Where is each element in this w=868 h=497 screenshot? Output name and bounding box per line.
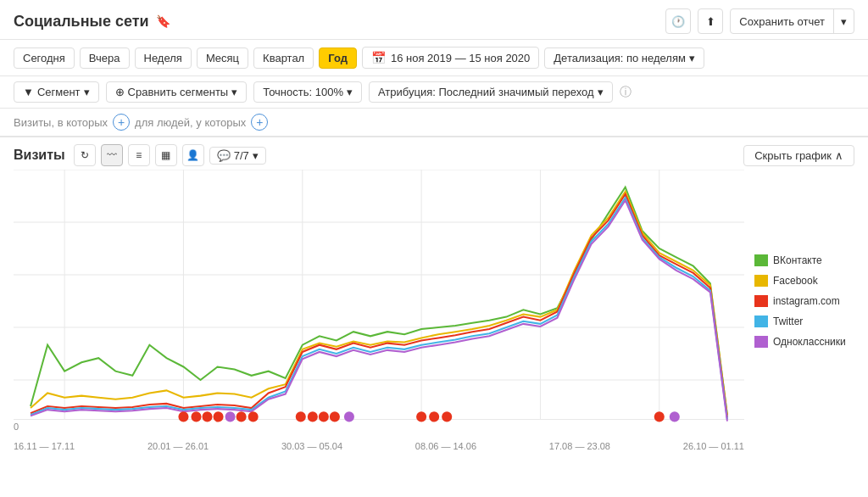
- compare-segments-btn[interactable]: ⊕ Сравнить сегменты ▾: [106, 81, 248, 103]
- period-quarter[interactable]: Квартал: [253, 47, 314, 69]
- add-visit-condition-btn[interactable]: +: [113, 114, 130, 131]
- period-week[interactable]: Неделя: [135, 47, 192, 69]
- attribution-chevron: ▾: [598, 86, 604, 98]
- bookmark-icon[interactable]: 🔖: [156, 14, 170, 28]
- user-chart-btn[interactable]: 👤: [182, 144, 204, 166]
- svg-point-19: [248, 411, 259, 422]
- accuracy-btn[interactable]: Точность: 100% ▾: [253, 81, 362, 103]
- bar-chart-btn[interactable]: ▦: [155, 144, 177, 166]
- chart-toolbar: ↻ 〰 ≡ ▦ 👤 💬 7/7 ▾: [74, 144, 266, 166]
- chart-header: Визиты ↻ 〰 ≡ ▦ 👤 💬 7/7 ▾ Скрыть график ∧: [0, 137, 868, 170]
- filter-icon: ▼: [23, 86, 34, 98]
- date-range-selector[interactable]: 📅 16 ноя 2019 — 15 ноя 2020: [362, 47, 539, 69]
- segment-chevron: ▾: [84, 86, 90, 98]
- segment-bar: Визиты, в которых + для людей, у которых…: [0, 109, 868, 137]
- period-month[interactable]: Месяц: [197, 47, 248, 69]
- legend-color-vkontakte: [754, 254, 768, 266]
- svg-point-25: [416, 411, 426, 422]
- svg-point-17: [225, 411, 236, 422]
- legend-color-odnoklassniki: [754, 336, 768, 348]
- legend-instagram[interactable]: instagram.com: [754, 295, 854, 307]
- svg-point-16: [214, 411, 224, 422]
- svg-point-18: [236, 411, 247, 422]
- x-axis-labels: 16.11 — 17.11 20.01 — 26.01 30.03 — 05.0…: [0, 439, 868, 451]
- svg-point-24: [344, 411, 354, 422]
- svg-point-29: [670, 411, 680, 422]
- legend-label-twitter: Twitter: [773, 316, 803, 327]
- line-chart-btn[interactable]: 〰: [101, 144, 123, 166]
- chart-title: Визиты: [14, 148, 65, 163]
- legend-label-vkontakte: ВКонтакте: [773, 254, 822, 266]
- legend-label-odnoklassniki: Одноклассники: [773, 336, 846, 348]
- area-chart-btn[interactable]: ≡: [128, 144, 150, 166]
- compare-chevron: ▾: [231, 86, 237, 98]
- filter-bar: ▼ Сегмент ▾ ⊕ Сравнить сегменты ▾ Точнос…: [0, 76, 868, 109]
- comment-icon: 💬: [217, 149, 231, 162]
- export-icon-btn[interactable]: ⬆: [698, 8, 723, 34]
- svg-point-28: [654, 411, 665, 422]
- legend-vkontakte[interactable]: ВКонтакте: [754, 254, 854, 266]
- svg-point-15: [203, 411, 213, 422]
- accuracy-chevron: ▾: [347, 86, 353, 98]
- page-title: Социальные сети: [14, 13, 149, 31]
- save-report-btn[interactable]: Сохранить отчет ▾: [730, 8, 854, 34]
- period-yesterday[interactable]: Вчера: [80, 47, 130, 69]
- x-label-5: 26.10 — 01.11: [683, 441, 744, 451]
- period-today[interactable]: Сегодня: [14, 47, 75, 69]
- svg-point-23: [330, 411, 340, 422]
- page-header: Социальные сети 🔖 🕐 ⬆ Сохранить отчет ▾: [0, 0, 868, 40]
- hide-chevron-icon: ∧: [835, 149, 843, 162]
- svg-point-27: [442, 411, 452, 422]
- legend-facebook[interactable]: Facebook: [754, 275, 854, 287]
- save-report-label: Сохранить отчет: [731, 15, 833, 28]
- legend-color-twitter: [754, 316, 768, 327]
- x-label-4: 17.08 — 23.08: [549, 441, 610, 451]
- svg-point-20: [296, 411, 306, 422]
- save-report-dropdown-arrow[interactable]: ▾: [833, 9, 854, 33]
- svg-point-26: [429, 411, 439, 422]
- svg-point-21: [308, 411, 318, 422]
- detail-selector[interactable]: Детализация: по неделям ▾: [544, 47, 704, 69]
- x-label-2: 30.03 — 05.04: [281, 441, 342, 451]
- svg-point-14: [191, 411, 201, 422]
- legend-odnoklassniki[interactable]: Одноклассники: [754, 336, 854, 348]
- svg-text:0: 0: [14, 422, 19, 432]
- attribution-btn[interactable]: Атрибуция: Последний значимый переход ▾: [369, 81, 613, 103]
- add-people-condition-btn[interactable]: +: [251, 114, 268, 131]
- chart-container: 0: [14, 170, 744, 433]
- chevron-down-icon: ▾: [689, 52, 695, 64]
- legend-label-facebook: Facebook: [773, 275, 818, 287]
- legend-twitter[interactable]: Twitter: [754, 316, 854, 327]
- metrics-chevron: ▾: [253, 149, 259, 162]
- chart-legend: ВКонтакте Facebook instagram.com Twitter…: [744, 170, 854, 433]
- svg-point-22: [319, 411, 329, 422]
- refresh-btn[interactable]: ↻: [74, 144, 96, 166]
- legend-color-instagram: [754, 295, 768, 307]
- legend-color-facebook: [754, 275, 768, 287]
- legend-label-instagram: instagram.com: [773, 295, 840, 307]
- x-label-3: 08.06 — 14.06: [415, 441, 476, 451]
- svg-point-13: [178, 411, 188, 422]
- hide-chart-btn[interactable]: Скрыть график ∧: [743, 145, 854, 166]
- segment-filter-btn[interactable]: ▼ Сегмент ▾: [14, 81, 99, 103]
- main-chart-svg: 0: [14, 170, 744, 433]
- attribution-info-icon[interactable]: ⓘ: [620, 85, 632, 100]
- compare-icon: ⊕: [115, 86, 125, 98]
- period-year[interactable]: Год: [319, 47, 357, 69]
- x-label-0: 16.11 — 17.11: [14, 441, 75, 451]
- chart-area: 0: [0, 170, 868, 439]
- x-label-1: 20.01 — 26.01: [147, 441, 209, 451]
- header-actions: 🕐 ⬆ Сохранить отчет ▾: [665, 8, 854, 34]
- period-toolbar: Сегодня Вчера Неделя Месяц Квартал Год 📅…: [0, 40, 868, 76]
- metrics-count-selector[interactable]: 💬 7/7 ▾: [209, 147, 266, 165]
- history-icon-btn[interactable]: 🕐: [665, 8, 691, 34]
